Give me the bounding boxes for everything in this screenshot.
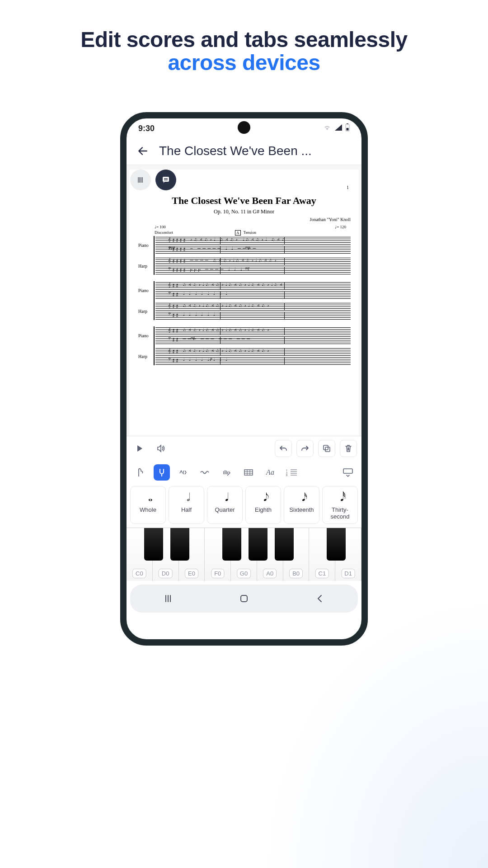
battery-icon [345,123,350,134]
signal-icon [334,124,343,133]
note-label: Whole [131,506,164,513]
piano-key-gs0[interactable] [249,528,267,561]
comments-button[interactable] [155,170,176,190]
tool-tuning-fork[interactable] [154,464,170,481]
page-title: The Closest We've Been ... [159,144,312,158]
instrument-harp: Harp [138,264,147,269]
note-glyph: 𝅘𝅥𝅮 [247,490,280,505]
duration-quarter[interactable]: 𝅘𝅥 Quarter [207,486,243,524]
tool-keyboard-toggle[interactable] [340,464,356,481]
wifi-icon [323,124,332,133]
instrument-piano-3: Piano [138,333,149,338]
arrow-left-icon [137,145,149,157]
tool-tabs: Aa TAB [127,461,361,484]
marking-tension: Tension [244,230,256,236]
tab-icon: TAB [286,468,298,476]
piano-key-ds0[interactable] [170,528,189,561]
piano-key-cs0[interactable] [144,528,163,561]
svg-rect-6 [244,470,253,475]
measure-icon [244,469,253,476]
back-button[interactable] [135,143,151,159]
note-glyph: 𝅘𝅥 [208,490,241,505]
chevron-left-icon [314,593,325,604]
nav-recents[interactable] [155,590,182,608]
tempo-left: ♩= 100 [155,225,166,229]
piano-keyboard[interactable]: C0 D0 E0 F0 G0 A0 B0 C1 D1 [127,528,361,581]
tool-tab[interactable]: TAB [284,464,300,481]
sheet-viewport[interactable]: 1 The Closest We've Been Far Away Op. 10… [127,165,361,436]
duration-sixteenth[interactable]: 𝅘𝅥𝅯 Sixteenth [284,486,319,524]
note-glyph: 𝅘𝅥𝅯 [285,490,318,505]
note-glyph: 𝅝 [131,490,164,505]
key-label: G0 [237,569,251,578]
piano-key-cs1[interactable] [327,528,346,561]
instrument-harp-2: Harp [138,309,147,314]
score-composer: Jonathan "Yoni" Knoll [137,217,351,222]
key-label: B0 [289,569,303,578]
score-subtitle: Op. 10, No. 11 in G# Minor [137,208,351,215]
score-system-1: Piano 𝄞♯♯♯♯ ♪♫♬♫♪♩ ♫♬♫♪ ♩♫♬♫♪♩ ♫♬♫pppmp … [154,236,351,275]
key-label: C0 [132,569,146,578]
duration-whole[interactable]: 𝅝 Whole [130,486,166,524]
tuning-fork-icon [157,468,166,477]
piano-key-as0[interactable] [275,528,294,561]
note-duration-row: 𝅝 Whole 𝅗𝅥 Half 𝅘𝅥 Quarter 𝅘𝅥𝅮 Eighth 𝅘𝅥… [127,484,361,528]
tool-measure[interactable] [240,464,257,481]
marking-discomfort: Discomfort [155,230,235,236]
svg-text:B: B [286,474,288,476]
volume-button[interactable] [153,440,170,457]
app-header: The Closest We've Been ... [127,138,361,165]
redo-button[interactable] [296,440,314,457]
note-label: Eighth [247,506,280,513]
undo-icon [279,444,288,453]
tool-hand-edit[interactable] [219,464,235,481]
status-time: 9:30 [138,124,155,133]
nav-back[interactable] [306,590,333,608]
play-button[interactable] [131,440,148,457]
piano-key-fs0[interactable] [222,528,241,561]
key-label: D0 [159,569,173,578]
tool-articulations[interactable] [175,464,192,481]
redo-icon [300,444,310,453]
playback-bar [127,436,361,461]
copy-button[interactable] [318,440,335,457]
score-title: The Closest We've Been Far Away [137,195,351,207]
comment-icon [161,175,170,184]
copy-icon [323,444,331,453]
key-label: A0 [263,569,277,578]
score-system-3: Piano 𝄞♯♯ ♫♬♫♪♩♫♬♫♪♩♫♬♫♪♩♫♬♫♪mf 𝄢♯♯ ─── … [154,326,351,365]
undo-button[interactable] [275,440,292,457]
rehearsal-mark: A [235,230,241,236]
keyboard-collapse-icon [343,468,353,477]
note-glyph: 𝅘𝅥𝅰 [324,490,357,505]
instrument-piano: Piano [138,243,149,248]
tool-flag[interactable] [132,464,148,481]
score-page: 1 The Closest We've Been Far Away Op. 10… [129,170,359,436]
key-label: F0 [211,569,224,578]
android-nav-bar [130,585,358,613]
tool-text[interactable]: Aa [262,464,278,481]
view-mode-button[interactable] [130,170,151,190]
delete-button[interactable] [340,440,357,457]
svg-rect-5 [325,447,330,452]
articulation-icon [178,468,189,477]
svg-rect-4 [324,445,328,450]
note-label: Quarter [208,506,241,513]
trash-icon [344,444,352,453]
key-label: E0 [185,569,198,578]
duration-eighth[interactable]: 𝅘𝅥𝅮 Eighth [245,486,281,524]
tool-ornaments[interactable] [197,464,213,481]
duration-half[interactable]: 𝅗𝅥 Half [169,486,204,524]
home-icon [239,593,249,604]
note-label: Sixteenth [285,506,318,513]
nav-home[interactable] [230,590,258,608]
duration-thirty-second[interactable]: 𝅘𝅥𝅰 Thirty-second [322,486,358,524]
instrument-piano-2: Piano [138,288,149,293]
note-label: Thirty-second [324,506,357,520]
hand-edit-icon [222,468,232,477]
page-number: 1 [347,185,349,190]
key-label: D1 [341,569,355,578]
hero-headline-2: across devices [0,50,488,75]
bars-icon [136,175,145,184]
hero-headline-1: Edit scores and tabs seamlessly [0,27,488,52]
